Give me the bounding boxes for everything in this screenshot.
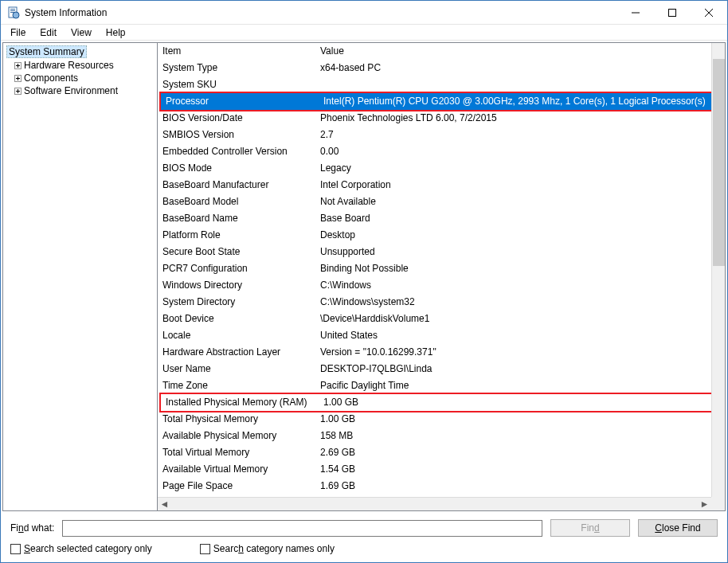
tree-item[interactable]: Components xyxy=(13,72,154,84)
menu-help[interactable]: Help xyxy=(100,25,132,40)
close-find-button[interactable]: Close Find xyxy=(638,519,718,537)
check-category-names[interactable]: Search category names only xyxy=(200,543,335,554)
cell-value: 2.7 xyxy=(317,127,725,143)
menubar: File Edit View Help xyxy=(1,25,727,41)
find-button[interactable]: Find xyxy=(550,519,630,537)
table-row[interactable]: System SKU xyxy=(158,76,725,93)
grid-header[interactable]: Item Value xyxy=(158,43,725,60)
cell-value: Intel Corporation xyxy=(317,177,725,194)
checkbox-icon xyxy=(200,544,210,554)
cell-value: 1.69 GB xyxy=(317,478,725,495)
table-row[interactable]: ProcessorIntel(R) Pentium(R) CPU G2030 @… xyxy=(161,93,720,110)
cell-item: Locale xyxy=(158,327,317,344)
tree-root-system-summary[interactable]: System Summary xyxy=(6,45,154,59)
highlight-box: ProcessorIntel(R) Pentium(R) CPU G2030 @… xyxy=(159,92,722,111)
cell-value: 0.00 xyxy=(317,143,725,160)
scrollbar-thumb[interactable] xyxy=(713,59,725,266)
check-selected-category[interactable]: Search selected category only xyxy=(10,543,152,554)
table-row[interactable]: Boot Device\Device\HarddiskVolume1 xyxy=(158,311,725,327)
table-row[interactable]: Platform RoleDesktop xyxy=(158,227,725,244)
cell-item: User Name xyxy=(158,361,317,377)
tree-item-label: System Summary xyxy=(6,45,87,58)
minimize-button[interactable] xyxy=(617,1,654,25)
cell-value: Binding Not Possible xyxy=(317,260,725,277)
cell-item: BIOS Version/Date xyxy=(158,110,317,127)
find-options: Search selected category only Search cat… xyxy=(10,543,718,554)
check-label: Search selected category only xyxy=(24,543,152,554)
table-row[interactable]: BIOS ModeLegacy xyxy=(158,160,725,177)
table-row[interactable]: PCR7 ConfigurationBinding Not Possible xyxy=(158,260,725,277)
cell-item: Total Physical Memory xyxy=(158,411,317,428)
cell-item: Available Virtual Memory xyxy=(158,461,317,478)
tree-item[interactable]: Hardware Resources xyxy=(13,59,154,72)
table-row[interactable]: Available Physical Memory158 MB xyxy=(158,428,725,444)
column-header-value[interactable]: Value xyxy=(317,43,725,60)
check-label: Search category names only xyxy=(213,543,335,554)
cell-item: PCR7 Configuration xyxy=(158,260,317,277)
cell-item: System Directory xyxy=(158,294,317,311)
tree-item[interactable]: Software Environment xyxy=(13,84,154,97)
cell-item: Total Virtual Memory xyxy=(158,444,317,461)
table-row[interactable]: System DirectoryC:\Windows\system32 xyxy=(158,294,725,311)
cell-value: Desktop xyxy=(317,227,725,244)
scroll-corner xyxy=(711,497,725,510)
table-row[interactable]: Embedded Controller Version0.00 xyxy=(158,143,725,160)
details-grid[interactable]: Item Value System Typex64-based PCSystem… xyxy=(158,43,725,510)
horizontal-scrollbar[interactable]: ◄ ► xyxy=(158,497,711,510)
grid-body: System Typex64-based PCSystem SKUProcess… xyxy=(158,60,725,495)
cell-item: System SKU xyxy=(158,76,317,93)
cell-item: Secure Boot State xyxy=(158,244,317,260)
cell-item: BaseBoard Model xyxy=(158,194,317,210)
cell-value: Unsupported xyxy=(317,244,725,260)
table-row[interactable]: Available Virtual Memory1.54 GB xyxy=(158,461,725,478)
table-row[interactable]: Secure Boot StateUnsupported xyxy=(158,244,725,260)
cell-item: SMBIOS Version xyxy=(158,127,317,143)
cell-value: x64-based PC xyxy=(317,60,725,76)
expand-icon[interactable] xyxy=(13,73,22,83)
category-tree[interactable]: System Summary Hardware ResourcesCompone… xyxy=(3,43,158,510)
window-title: System Information xyxy=(25,7,107,18)
find-input[interactable] xyxy=(62,520,542,537)
menu-view[interactable]: View xyxy=(65,25,98,40)
menu-edit[interactable]: Edit xyxy=(33,25,63,40)
scroll-track[interactable] xyxy=(171,498,698,510)
scroll-right-arrow[interactable]: ► xyxy=(698,498,711,511)
table-row[interactable]: Installed Physical Memory (RAM)1.00 GB xyxy=(161,394,720,411)
cell-value: Version = "10.0.16299.371" xyxy=(317,344,725,361)
column-header-item[interactable]: Item xyxy=(158,43,317,60)
table-row[interactable]: Total Virtual Memory2.69 GB xyxy=(158,444,725,461)
cell-item: Windows Directory xyxy=(158,277,317,294)
cell-item: Processor xyxy=(161,93,320,110)
table-row[interactable]: BIOS Version/DatePhoenix Technologies LT… xyxy=(158,110,725,127)
table-row[interactable]: Total Physical Memory1.00 GB xyxy=(158,411,725,428)
table-row[interactable]: BaseBoard NameBase Board xyxy=(158,210,725,227)
scroll-left-arrow[interactable]: ◄ xyxy=(158,498,171,511)
cell-value: C:\Windows xyxy=(317,277,725,294)
cell-item: Platform Role xyxy=(158,227,317,244)
table-row[interactable]: SMBIOS Version2.7 xyxy=(158,127,725,143)
close-button[interactable] xyxy=(691,1,727,25)
cell-value: 1.54 GB xyxy=(317,461,725,478)
vertical-scrollbar[interactable] xyxy=(711,43,725,497)
table-row[interactable]: Time ZonePacific Daylight Time xyxy=(158,377,725,394)
table-row[interactable]: Hardware Abstraction LayerVersion = "10.… xyxy=(158,344,725,361)
expand-icon[interactable] xyxy=(13,86,22,96)
table-row[interactable]: BaseBoard ManufacturerIntel Corporation xyxy=(158,177,725,194)
cell-value: \Device\HarddiskVolume1 xyxy=(317,311,725,327)
cell-value: C:\Windows\system32 xyxy=(317,294,725,311)
find-row: Find what: Find Close Find xyxy=(10,519,718,537)
cell-value: Not Available xyxy=(317,194,725,210)
table-row[interactable]: LocaleUnited States xyxy=(158,327,725,344)
cell-item: Hardware Abstraction Layer xyxy=(158,344,317,361)
table-row[interactable]: BaseBoard ModelNot Available xyxy=(158,194,725,210)
content-area: System Summary Hardware ResourcesCompone… xyxy=(2,42,726,511)
cell-item: BIOS Mode xyxy=(158,160,317,177)
table-row[interactable]: User NameDESKTOP-I7QLBGI\Linda xyxy=(158,361,725,377)
maximize-button[interactable] xyxy=(654,1,691,25)
table-row[interactable]: System Typex64-based PC xyxy=(158,60,725,76)
table-row[interactable]: Windows DirectoryC:\Windows xyxy=(158,277,725,294)
cell-value: Phoenix Technologies LTD 6.00, 7/2/2015 xyxy=(317,110,725,127)
menu-file[interactable]: File xyxy=(4,25,32,40)
table-row[interactable]: Page File Space1.69 GB xyxy=(158,478,725,495)
expand-icon[interactable] xyxy=(13,61,22,70)
